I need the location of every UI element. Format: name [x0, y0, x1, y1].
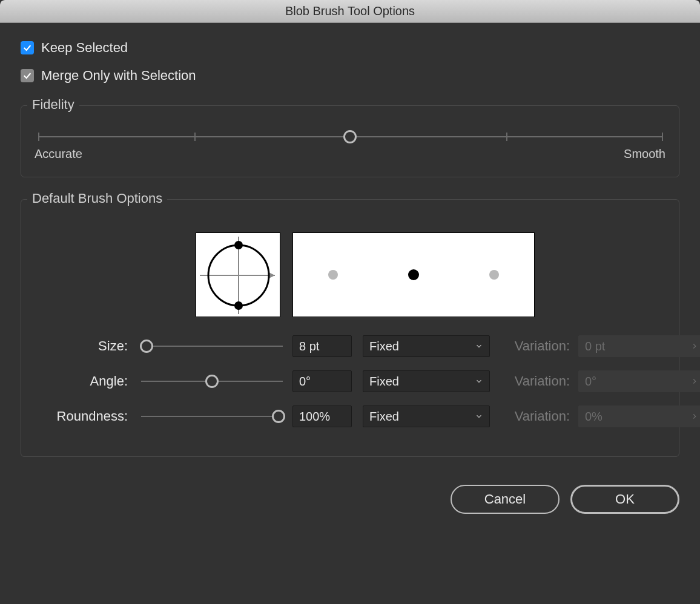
fidelity-right-label: Smooth	[624, 147, 665, 161]
cancel-button[interactable]: Cancel	[451, 485, 560, 514]
size-variation-dropdown: 0 pt	[578, 335, 700, 357]
chevron-right-icon	[690, 412, 699, 421]
angle-variation-label: Variation:	[501, 373, 573, 389]
keep-selected-label: Keep Selected	[41, 40, 128, 56]
fidelity-labels: Accurate Smooth	[35, 147, 665, 161]
angle-variation-dropdown: 0°	[578, 370, 700, 392]
angle-slider-handle[interactable]	[205, 375, 219, 388]
fidelity-title: Fidelity	[27, 97, 79, 113]
merge-only-row: Merge Only with Selection	[21, 68, 679, 84]
keep-selected-row: Keep Selected	[21, 40, 679, 56]
size-label: Size:	[35, 338, 131, 354]
roundness-slider[interactable]	[141, 416, 283, 417]
fidelity-slider-handle[interactable]	[343, 130, 357, 143]
roundness-slider-handle[interactable]	[272, 410, 285, 423]
titlebar: Blob Brush Tool Options	[0, 0, 700, 23]
chevron-down-icon	[475, 377, 483, 386]
merge-only-checkbox[interactable]	[21, 69, 34, 82]
check-icon	[22, 43, 32, 53]
chevron-right-icon	[690, 342, 699, 350]
dialog-title: Blob Brush Tool Options	[285, 4, 415, 18]
check-icon	[22, 71, 32, 80]
angle-row: Angle: Fixed Variation: 0°	[35, 370, 665, 392]
fidelity-fieldset: Fidelity Accurate Smooth	[21, 105, 679, 177]
brush-options-fieldset: Default Brush Options Size:	[21, 199, 679, 457]
svg-point-4	[234, 241, 243, 249]
svg-point-5	[234, 301, 243, 310]
angle-input[interactable]	[292, 370, 352, 392]
brush-size-preview[interactable]	[292, 232, 535, 317]
size-slider-handle[interactable]	[140, 340, 153, 353]
brush-options-title: Default Brush Options	[27, 191, 167, 206]
merge-only-label: Merge Only with Selection	[41, 68, 196, 84]
roundness-variation-dropdown: 0%	[578, 405, 700, 427]
brush-angle-preview[interactable]	[196, 232, 280, 317]
ok-button[interactable]: OK	[570, 485, 679, 514]
fidelity-slider[interactable]	[38, 136, 662, 137]
brush-preview-row	[196, 232, 665, 317]
roundness-mode-dropdown[interactable]: Fixed	[363, 405, 490, 427]
roundness-row: Roundness: Fixed Variation: 0%	[35, 405, 665, 427]
preview-dot-current	[408, 269, 419, 280]
size-mode-dropdown[interactable]: Fixed	[363, 335, 490, 357]
chevron-down-icon	[475, 342, 483, 350]
preview-dot-max	[489, 270, 499, 280]
chevron-right-icon	[690, 377, 699, 386]
roundness-variation-label: Variation:	[501, 409, 573, 424]
angle-slider[interactable]	[141, 381, 283, 382]
roundness-input[interactable]	[292, 405, 352, 427]
roundness-label: Roundness:	[35, 409, 131, 424]
dialog-content: Keep Selected Merge Only with Selection …	[0, 23, 700, 469]
preview-dot-min	[328, 270, 338, 280]
angle-mode-dropdown[interactable]: Fixed	[363, 370, 490, 392]
size-input[interactable]	[292, 335, 352, 357]
size-row: Size: Fixed Variation: 0 pt	[35, 335, 665, 357]
fidelity-left-label: Accurate	[35, 147, 82, 161]
keep-selected-checkbox[interactable]	[21, 41, 34, 54]
angle-label: Angle:	[35, 373, 131, 389]
size-slider[interactable]	[141, 346, 283, 347]
size-variation-label: Variation:	[501, 338, 573, 354]
dialog-footer: Cancel OK	[0, 469, 700, 530]
chevron-down-icon	[475, 412, 483, 421]
